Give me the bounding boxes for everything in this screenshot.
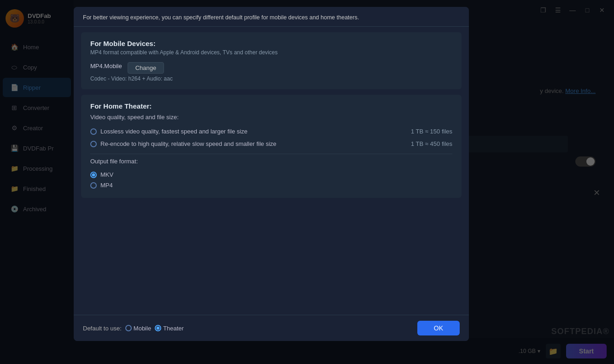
theater-section-title: For Home Theater: xyxy=(90,102,452,110)
format-mp4-label: MP4 xyxy=(100,182,113,189)
quality-option-1-size: 1 TB ≈ 150 files xyxy=(411,128,452,135)
theater-option-label: Theater xyxy=(163,325,184,332)
theater-option[interactable]: Theater xyxy=(155,325,184,332)
mobile-option[interactable]: Mobile xyxy=(125,325,151,332)
modal-dialog: For better viewing experience, you can s… xyxy=(74,7,469,341)
quality-option-2[interactable]: Re-encode to high quality, relative slow… xyxy=(90,138,452,150)
quality-option-1[interactable]: Lossless video quality, fastest speed an… xyxy=(90,125,452,138)
mobile-option-label: Mobile xyxy=(134,325,151,332)
default-use-label-text: Default to use: xyxy=(83,325,122,332)
default-use-area: Default to use: Mobile Theater xyxy=(83,325,184,332)
format-mkv-label: MKV xyxy=(100,171,113,178)
theater-section: For Home Theater: Video quality, speed a… xyxy=(81,95,462,198)
output-format-label: Output file format: xyxy=(90,158,452,165)
format-mp4-row[interactable]: MP4 xyxy=(90,180,452,191)
codec-info: Codec - Video: h264 + Audio: aac xyxy=(90,75,452,82)
modal-body: For Mobile Devices: MP4 format compatibl… xyxy=(74,27,469,315)
quality-option-1-label: Lossless video quality, fastest speed an… xyxy=(100,128,247,135)
modal-top-note-text: For better viewing experience, you can s… xyxy=(83,14,359,21)
quality-label: Video quality, speed and file size: xyxy=(90,114,452,121)
modal-top-note: For better viewing experience, you can s… xyxy=(74,7,469,27)
mobile-section: For Mobile Devices: MP4 format compatibl… xyxy=(81,32,462,89)
mobile-option-radio[interactable] xyxy=(125,325,132,331)
ok-button[interactable]: OK xyxy=(417,321,460,335)
quality-radio-1[interactable] xyxy=(90,128,97,135)
quality-radio-2[interactable] xyxy=(90,141,97,147)
change-button[interactable]: Change xyxy=(128,62,164,74)
modal-footer: Default to use: Mobile Theater OK xyxy=(74,315,469,341)
mobile-format-label: MP4.Mobile xyxy=(90,63,122,69)
mobile-section-subtitle: MP4 format compatible with Apple & Andro… xyxy=(90,49,452,56)
mobile-section-title: For Mobile Devices: xyxy=(90,40,452,47)
format-mkv-radio[interactable] xyxy=(90,172,97,178)
format-mkv-row[interactable]: MKV xyxy=(90,169,452,180)
quality-option-2-size: 1 TB ≈ 450 files xyxy=(411,140,452,147)
format-mp4-radio[interactable] xyxy=(90,182,97,189)
theater-option-radio[interactable] xyxy=(155,325,161,331)
section-divider xyxy=(90,154,452,154)
quality-option-2-label: Re-encode to high quality, relative slow… xyxy=(100,140,276,147)
